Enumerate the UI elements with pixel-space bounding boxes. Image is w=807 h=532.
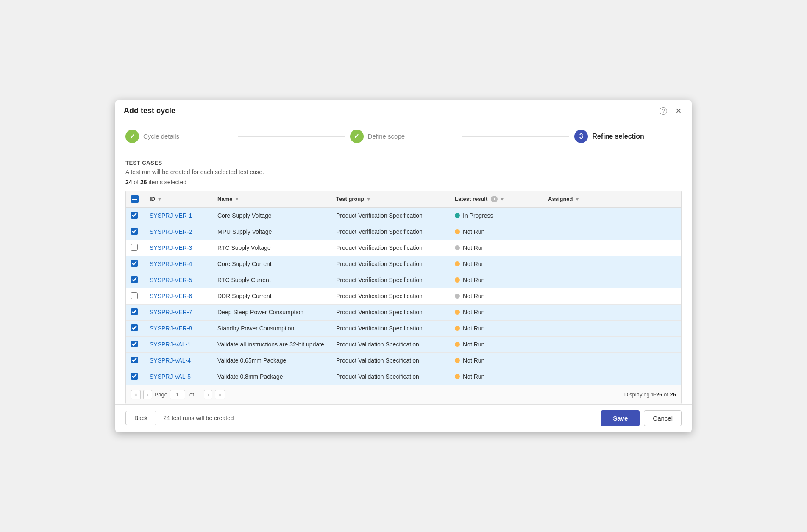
page-label: Page — [155, 391, 167, 398]
step-2-circle: ✓ — [350, 130, 364, 143]
row-checkbox[interactable] — [131, 212, 138, 219]
row-result-cell: Not Run — [450, 272, 543, 288]
select-all-checkbox[interactable] — [131, 195, 139, 203]
row-assigned-cell — [543, 272, 681, 288]
help-icon[interactable]: ? — [659, 106, 668, 116]
row-id-cell: SYSPRJ-VER-8 — [145, 320, 212, 336]
row-name: Validate 0.65mm Package — [217, 357, 286, 364]
items-selected-label: items selected — [149, 179, 186, 186]
row-assigned-cell — [543, 256, 681, 272]
result-text: Not Run — [463, 309, 484, 316]
result-dot — [455, 342, 460, 347]
latest-result-info-icon[interactable]: i — [491, 196, 498, 202]
first-page-button[interactable]: « — [131, 390, 141, 399]
back-button[interactable]: Back — [125, 411, 156, 425]
row-checkbox[interactable] — [131, 341, 138, 347]
result-text: Not Run — [463, 325, 484, 332]
row-assigned-cell — [543, 240, 681, 256]
result-badge: Not Run — [455, 373, 538, 380]
row-checkbox[interactable] — [131, 260, 138, 267]
row-checkbox[interactable] — [131, 276, 138, 283]
step-2-label: Define scope — [368, 133, 405, 140]
row-checkbox[interactable] — [131, 228, 138, 235]
row-id-link[interactable]: SYSPRJ-VER-8 — [150, 325, 192, 332]
row-id-link[interactable]: SYSPRJ-VER-2 — [150, 228, 192, 235]
row-id-link[interactable]: SYSPRJ-VER-3 — [150, 244, 192, 251]
last-page-button[interactable]: » — [215, 390, 225, 399]
row-id-cell: SYSPRJ-VER-3 — [145, 240, 212, 256]
row-checkbox[interactable] — [131, 308, 138, 315]
result-dot — [455, 277, 460, 283]
row-assigned-cell — [543, 320, 681, 336]
result-badge: Not Run — [455, 293, 538, 299]
col-id-sort-icon[interactable]: ▼ — [157, 197, 162, 202]
row-group-cell: Product Verification Specification — [331, 304, 450, 320]
row-result-cell: Not Run — [450, 304, 543, 320]
cancel-button[interactable]: Cancel — [644, 410, 682, 426]
row-checkbox[interactable] — [131, 244, 138, 251]
result-dot — [455, 310, 460, 315]
result-text: Not Run — [463, 293, 484, 299]
row-test-group: Product Verification Specification — [336, 244, 423, 251]
row-name-cell: DDR Supply Current — [212, 288, 331, 304]
section-description: A test run will be created for each sele… — [125, 169, 682, 175]
row-name: DDR Supply Current — [217, 293, 272, 299]
row-name: RTC Supply Voltage — [217, 244, 271, 251]
row-id-cell: SYSPRJ-VER-5 — [145, 272, 212, 288]
row-checkbox[interactable] — [131, 357, 138, 363]
step-3-circle: 3 — [574, 130, 588, 143]
row-checkbox[interactable] — [131, 324, 138, 331]
row-id-link[interactable]: SYSPRJ-VER-1 — [150, 212, 192, 219]
result-dot — [455, 261, 460, 266]
row-test-group: Product Verification Specification — [336, 293, 423, 299]
result-dot — [455, 213, 460, 218]
row-name: Validate 0.8mm Package — [217, 373, 283, 380]
row-assigned-cell — [543, 304, 681, 320]
row-result-cell: Not Run — [450, 352, 543, 369]
row-name: RTC Supply Current — [217, 277, 271, 283]
row-checkbox-cell — [126, 208, 145, 224]
modal-header-icons: ? × — [659, 106, 683, 116]
row-name: Core Supply Voltage — [217, 212, 272, 219]
col-test-group-sort-icon[interactable]: ▼ — [366, 197, 371, 202]
row-group-cell: Product Verification Specification — [331, 208, 450, 224]
row-id-link[interactable]: SYSPRJ-VER-7 — [150, 309, 192, 316]
save-button[interactable]: Save — [601, 410, 640, 426]
step-define-scope: ✓ Define scope — [350, 130, 457, 143]
step-refine-selection: 3 Refine selection — [574, 130, 682, 143]
result-badge: Not Run — [455, 325, 538, 332]
table-row: SYSPRJ-VER-6 DDR Supply Current Product … — [126, 288, 681, 304]
result-text: Not Run — [463, 341, 484, 348]
result-badge: Not Run — [455, 341, 538, 348]
result-text: Not Run — [463, 277, 484, 283]
prev-page-button[interactable]: ‹ — [143, 390, 152, 399]
row-checkbox[interactable] — [131, 373, 138, 380]
modal-body: TEST CASES A test run will be created fo… — [115, 151, 692, 404]
row-result-cell: Not Run — [450, 288, 543, 304]
section-title: TEST CASES — [125, 160, 682, 166]
close-icon[interactable]: × — [674, 106, 683, 116]
col-name-sort-icon[interactable]: ▼ — [234, 197, 239, 202]
table-header-row: ID ▼ Name ▼ Test group — [126, 191, 681, 208]
modal-footer: Back 24 test runs will be created Save C… — [115, 404, 692, 432]
row-id-link[interactable]: SYSPRJ-VAL-4 — [150, 357, 191, 364]
row-id-link[interactable]: SYSPRJ-VER-5 — [150, 277, 192, 283]
result-badge: Not Run — [455, 357, 538, 364]
row-id-link[interactable]: SYSPRJ-VAL-1 — [150, 341, 191, 348]
row-result-cell: Not Run — [450, 256, 543, 272]
row-group-cell: Product Verification Specification — [331, 288, 450, 304]
next-page-button[interactable]: › — [204, 390, 212, 399]
row-id-link[interactable]: SYSPRJ-VER-4 — [150, 260, 192, 267]
row-id-link[interactable]: SYSPRJ-VER-6 — [150, 293, 192, 299]
row-checkbox-cell — [126, 288, 145, 304]
row-name: Validate all instructions are 32-bit upd… — [217, 341, 324, 348]
result-text: Not Run — [463, 260, 484, 267]
row-checkbox[interactable] — [131, 292, 138, 299]
row-id-link[interactable]: SYSPRJ-VAL-5 — [150, 373, 191, 380]
result-dot — [455, 245, 460, 250]
step-line-2 — [462, 136, 569, 137]
col-assigned-sort-icon[interactable]: ▼ — [575, 197, 580, 202]
row-name-cell: Validate 0.8mm Package — [212, 369, 331, 385]
page-number-input[interactable] — [170, 390, 185, 399]
col-latest-result-sort-icon[interactable]: ▼ — [500, 197, 504, 202]
